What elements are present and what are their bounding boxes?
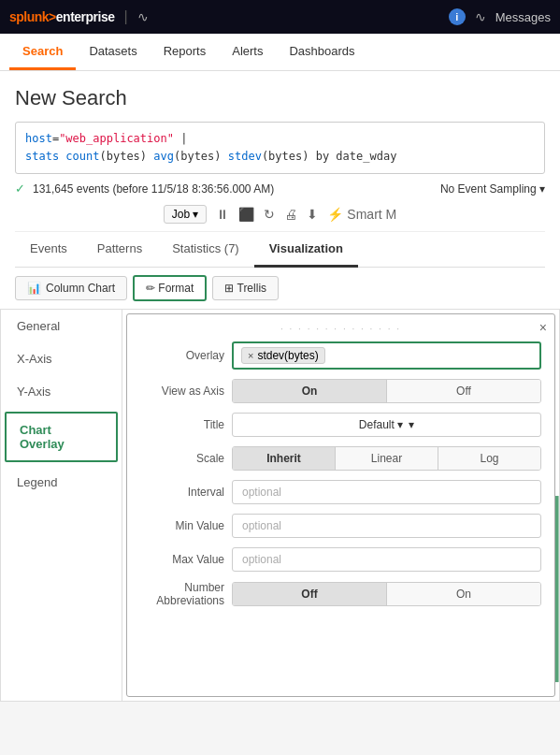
scale-label: Scale xyxy=(140,452,224,465)
toolbar: 📊 Column Chart ✏ Format ⊞ Trellis xyxy=(15,268,545,309)
title-dropdown[interactable]: Default ▾ xyxy=(232,413,541,437)
sidebar-item-y-axis[interactable]: Y-Axis xyxy=(1,375,122,408)
search-line2: stats count(bytes) avg(bytes) stdev(byte… xyxy=(25,148,535,166)
messages-menu[interactable]: Messages xyxy=(495,10,551,24)
status-events: 131,645 events (before 11/5/18 8:36:56.0… xyxy=(33,182,274,196)
nav-bar: Search Datasets Reports Alerts Dashboard… xyxy=(0,34,560,71)
overlay-tag: × stdev(bytes) xyxy=(241,347,325,364)
scale-inherit[interactable]: Inherit xyxy=(233,447,336,470)
overlay-field-container: × stdev(bytes) xyxy=(232,341,541,370)
search-box[interactable]: host="web_application" | stats count(byt… xyxy=(15,122,545,174)
splunk-logo: splunk>enterprise xyxy=(9,9,115,24)
settings-panel: · · · · · · · · · · · · · · × Overlay × … xyxy=(126,313,555,697)
view-as-axis-label: View as Axis xyxy=(140,385,224,398)
page-title: New Search xyxy=(15,86,545,110)
interval-input[interactable] xyxy=(232,480,541,504)
topbar-divider: | xyxy=(124,8,128,25)
sidebar-item-x-axis[interactable]: X-Axis xyxy=(1,342,122,375)
number-abbreviations-row: NumberAbbreviations Off On xyxy=(140,581,541,607)
sidebar: General X-Axis Y-Axis ChartOverlay Legen… xyxy=(1,310,122,701)
status-bar: ✓ 131,645 events (before 11/5/18 8:36:56… xyxy=(15,181,545,196)
max-value-label: Max Value xyxy=(140,553,224,566)
tab-statistics[interactable]: Statistics (7) xyxy=(157,232,254,268)
refresh-icon[interactable]: ↻ xyxy=(264,207,275,222)
title-row: Title Default ▾ xyxy=(140,413,541,437)
activity-icon[interactable]: ∿ xyxy=(137,9,149,24)
scale-row: Scale Inherit Linear Log xyxy=(140,446,541,471)
pause-icon[interactable]: ⏸ xyxy=(216,207,229,222)
overlay-field[interactable]: × stdev(bytes) xyxy=(232,341,541,370)
number-abbreviations-on[interactable]: On xyxy=(387,583,540,605)
title-label: Title xyxy=(140,418,224,431)
scale-linear[interactable]: Linear xyxy=(336,447,438,470)
overlay-tag-text: stdev(bytes) xyxy=(257,349,318,362)
sidebar-item-general[interactable]: General xyxy=(1,310,122,342)
panel-drag-handle: · · · · · · · · · · · · · · xyxy=(140,324,541,334)
activity2-icon[interactable]: ∿ xyxy=(475,9,486,24)
view-as-axis-off[interactable]: Off xyxy=(387,380,540,402)
overlay-tag-remove[interactable]: × xyxy=(248,350,253,361)
overlay-label: Overlay xyxy=(140,349,224,362)
overlay-row: Overlay × stdev(bytes) xyxy=(140,341,541,370)
job-bar: Job ⏸ ⬛ ↻ 🖨 ⬇ ⚡ Smart M xyxy=(15,201,545,232)
min-value-label: Min Value xyxy=(140,519,224,532)
info-icon[interactable]: i xyxy=(449,8,466,25)
number-abbreviations-off[interactable]: Off xyxy=(233,583,387,605)
nav-datasets[interactable]: Datasets xyxy=(76,34,150,70)
print-icon[interactable]: 🖨 xyxy=(284,207,297,222)
number-abbreviations-toggle: Off On xyxy=(232,582,541,606)
nav-reports[interactable]: Reports xyxy=(151,34,220,70)
sidebar-item-legend[interactable]: Legend xyxy=(1,466,122,499)
min-value-input[interactable] xyxy=(232,514,541,538)
max-value-row: Max Value xyxy=(140,547,541,572)
nav-alerts[interactable]: Alerts xyxy=(219,34,276,70)
trellis-button[interactable]: ⊞ Trellis xyxy=(212,276,279,300)
tab-visualization[interactable]: Visualization xyxy=(254,232,358,268)
nav-dashboards[interactable]: Dashboards xyxy=(276,34,367,70)
job-button[interactable]: Job xyxy=(164,205,208,224)
search-line1: host="web_application" | xyxy=(25,130,535,148)
view-as-axis-toggle: On Off xyxy=(232,379,541,403)
stop-icon[interactable]: ⬛ xyxy=(238,207,254,222)
tab-patterns[interactable]: Patterns xyxy=(82,232,157,268)
sidebar-item-chart-overlay[interactable]: ChartOverlay xyxy=(5,412,118,462)
interval-label: Interval xyxy=(140,486,224,499)
no-sampling-btn[interactable]: No Event Sampling xyxy=(440,182,545,196)
main-area: 22 20 15 General X-Axis Y-Axis ChartOver… xyxy=(0,309,560,702)
tab-bar: Events Patterns Statistics (7) Visualiza… xyxy=(15,232,545,268)
status-check-icon: ✓ xyxy=(15,181,25,196)
smart-mode-icon[interactable]: ⚡ Smart M xyxy=(327,207,396,222)
column-chart-icon: 📊 xyxy=(27,282,41,295)
view-as-axis-on[interactable]: On xyxy=(233,380,387,402)
format-label: ✏ Format xyxy=(146,282,194,295)
panel-close-button[interactable]: × xyxy=(539,320,547,335)
format-button[interactable]: ✏ Format xyxy=(133,275,207,301)
trellis-label: ⊞ Trellis xyxy=(224,282,266,295)
max-value-input[interactable] xyxy=(232,547,541,572)
page-content: New Search host="web_application" | stat… xyxy=(0,71,560,309)
column-chart-label: Column Chart xyxy=(46,282,115,295)
view-as-axis-row: View as Axis On Off xyxy=(140,379,541,403)
column-chart-button[interactable]: 📊 Column Chart xyxy=(15,276,127,300)
tab-events[interactable]: Events xyxy=(15,232,82,268)
scale-log[interactable]: Log xyxy=(438,447,540,470)
top-bar: splunk>enterprise | ∿ i ∿ Messages xyxy=(0,0,560,34)
number-abbreviations-label: NumberAbbreviations xyxy=(140,581,224,607)
nav-search[interactable]: Search xyxy=(9,34,76,70)
scale-toggle: Inherit Linear Log xyxy=(232,446,541,471)
export-icon[interactable]: ⬇ xyxy=(307,207,318,222)
interval-row: Interval xyxy=(140,480,541,504)
min-value-row: Min Value xyxy=(140,514,541,538)
